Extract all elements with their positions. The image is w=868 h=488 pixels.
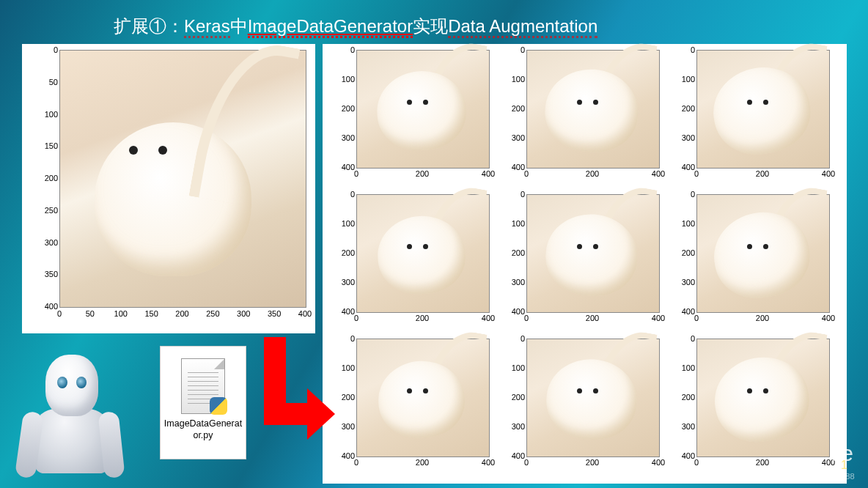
slide-background: 扩展①：Keras中ImageDataGenerator实现Data Augme… bbox=[0, 0, 868, 488]
x-tick: 400 bbox=[652, 169, 665, 178]
subplot-image bbox=[696, 50, 830, 169]
y-tick: 200 bbox=[672, 393, 695, 402]
y-tick: 100 bbox=[672, 363, 695, 372]
x-tick: 200 bbox=[416, 314, 429, 322]
y-tick: 0 bbox=[501, 45, 525, 54]
y-tick: 200 bbox=[501, 104, 525, 113]
x-tick: 100 bbox=[114, 309, 128, 318]
y-tick: 300 bbox=[331, 278, 355, 286]
x-tick: 350 bbox=[268, 309, 281, 318]
file-card[interactable]: ImageDataGenerator.py bbox=[160, 346, 246, 459]
y-tick: 300 bbox=[501, 278, 525, 286]
x-tick: 0 bbox=[57, 309, 62, 318]
file-name: ImageDataGenerator.py bbox=[163, 418, 243, 441]
subplot-image bbox=[526, 50, 660, 169]
subplot-image bbox=[696, 339, 830, 457]
y-tick: 400 bbox=[672, 163, 695, 171]
arrow-head-icon bbox=[307, 388, 335, 440]
y-tick: 100 bbox=[672, 75, 695, 84]
y-tick: 200 bbox=[672, 104, 695, 113]
y-tick: 100 bbox=[37, 110, 58, 119]
augmented-subplot: 01002003004000200400 bbox=[327, 336, 492, 476]
y-tick: 300 bbox=[672, 278, 695, 286]
x-tick: 200 bbox=[756, 458, 769, 467]
y-tick: 0 bbox=[331, 190, 355, 199]
y-tick: 400 bbox=[501, 307, 525, 316]
augmented-subplot: 01002003004000200400 bbox=[497, 47, 662, 188]
y-tick: 400 bbox=[37, 302, 58, 311]
original-image-panel: 0501001502002503003504000501001502002503… bbox=[22, 44, 315, 333]
x-tick: 400 bbox=[298, 309, 312, 318]
y-tick: 100 bbox=[331, 219, 355, 228]
python-file-icon bbox=[181, 358, 225, 414]
x-tick: 400 bbox=[652, 314, 665, 322]
x-tick: 400 bbox=[822, 169, 835, 178]
subplot-image bbox=[696, 194, 830, 313]
title-mid2: 实现 bbox=[413, 16, 448, 36]
subplot-image bbox=[356, 194, 490, 313]
augmented-subplot: 01002003004000200400 bbox=[667, 47, 832, 188]
augmented-subplot: 01002003004000200400 bbox=[497, 191, 662, 332]
x-tick: 200 bbox=[175, 309, 188, 318]
y-tick: 300 bbox=[672, 422, 695, 431]
y-tick: 200 bbox=[501, 248, 525, 257]
y-tick: 100 bbox=[501, 219, 525, 228]
augmented-subplot: 01002003004000200400 bbox=[497, 336, 662, 476]
y-tick: 300 bbox=[501, 133, 525, 142]
augmented-subplot: 01002003004000200400 bbox=[327, 191, 492, 332]
x-tick: 0 bbox=[354, 458, 358, 467]
title-da: Data Augmentation bbox=[448, 16, 597, 38]
augmented-subplot: 01002003004000200400 bbox=[667, 191, 832, 332]
y-tick: 300 bbox=[501, 422, 525, 431]
y-tick: 0 bbox=[501, 190, 525, 199]
y-tick: 400 bbox=[672, 307, 695, 316]
y-tick: 400 bbox=[331, 163, 355, 171]
x-tick: 200 bbox=[756, 314, 769, 322]
y-tick: 350 bbox=[37, 270, 58, 278]
y-tick: 400 bbox=[331, 451, 355, 460]
y-tick: 200 bbox=[501, 393, 525, 402]
x-tick: 0 bbox=[694, 169, 699, 178]
y-tick: 100 bbox=[672, 219, 695, 228]
x-tick: 200 bbox=[416, 169, 429, 178]
title-keras: Keras bbox=[184, 16, 230, 38]
y-tick: 0 bbox=[501, 334, 525, 343]
y-tick: 0 bbox=[331, 45, 355, 54]
x-tick: 0 bbox=[354, 169, 358, 178]
subplot-image bbox=[526, 194, 660, 313]
title-idg: ImageDataGenerator bbox=[248, 16, 413, 38]
y-tick: 250 bbox=[37, 206, 58, 215]
y-tick: 0 bbox=[672, 45, 695, 54]
y-tick: 400 bbox=[672, 451, 695, 460]
y-tick: 300 bbox=[672, 133, 695, 142]
x-tick: 400 bbox=[822, 314, 835, 322]
x-tick: 50 bbox=[86, 309, 95, 318]
x-tick: 300 bbox=[237, 309, 250, 318]
x-tick: 400 bbox=[482, 169, 495, 178]
original-image-plot bbox=[59, 50, 306, 308]
page-number: 1 bbox=[841, 459, 847, 472]
y-tick: 100 bbox=[501, 363, 525, 372]
y-tick: 200 bbox=[331, 104, 355, 113]
y-tick: 200 bbox=[331, 248, 355, 257]
y-tick: 50 bbox=[37, 78, 58, 86]
x-tick: 200 bbox=[586, 458, 599, 467]
x-tick: 200 bbox=[756, 169, 769, 178]
y-tick: 300 bbox=[37, 238, 58, 247]
y-tick: 0 bbox=[672, 190, 695, 199]
augmented-subplot: 01002003004000200400 bbox=[667, 336, 832, 476]
x-tick: 200 bbox=[586, 314, 599, 322]
y-tick: 100 bbox=[331, 75, 355, 84]
x-tick: 400 bbox=[652, 458, 665, 467]
augmented-subplot: 01002003004000200400 bbox=[327, 47, 492, 188]
x-tick: 0 bbox=[354, 314, 358, 322]
y-tick: 100 bbox=[501, 75, 525, 84]
x-tick: 0 bbox=[694, 458, 699, 467]
y-tick: 150 bbox=[37, 141, 58, 150]
x-tick: 150 bbox=[144, 309, 158, 318]
y-tick: 100 bbox=[331, 363, 355, 372]
y-tick: 200 bbox=[37, 174, 58, 182]
subplot-image bbox=[356, 50, 490, 169]
x-tick: 400 bbox=[482, 314, 495, 322]
x-tick: 400 bbox=[482, 458, 495, 467]
